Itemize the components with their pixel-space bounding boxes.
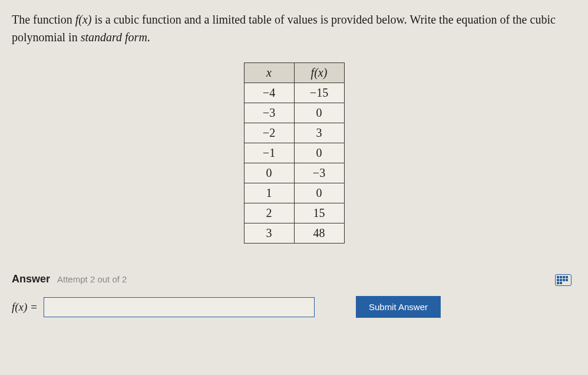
cell-fx: −3 bbox=[294, 163, 344, 183]
question-fn: f(x) bbox=[75, 13, 92, 26]
cell-x: 3 bbox=[244, 223, 294, 244]
answer-section: Answer Attempt 2 out of 2 f(x) = Submit … bbox=[12, 273, 576, 318]
header-x: x bbox=[244, 63, 294, 83]
cell-fx: 15 bbox=[294, 203, 344, 223]
cell-x: 1 bbox=[244, 183, 294, 203]
fx-equals-label: f(x) = bbox=[12, 301, 38, 314]
input-row: f(x) = Submit Answer bbox=[12, 296, 576, 318]
cell-x: −4 bbox=[244, 83, 294, 103]
answer-input[interactable] bbox=[44, 297, 315, 317]
table-container: x f(x) −4 −15 −3 0 −2 3 −1 0 0 − bbox=[12, 63, 576, 244]
cell-fx: 0 bbox=[294, 143, 344, 163]
table-row: −3 0 bbox=[244, 103, 344, 123]
table-row: 1 0 bbox=[244, 183, 344, 203]
table-row: −4 −15 bbox=[244, 83, 344, 103]
table-row: 2 15 bbox=[244, 203, 344, 223]
attempt-text: Attempt 2 out of 2 bbox=[57, 274, 127, 284]
table-row: −2 3 bbox=[244, 123, 344, 143]
table-row: 3 48 bbox=[244, 223, 344, 244]
cell-x: −2 bbox=[244, 123, 294, 143]
cell-fx: −15 bbox=[294, 83, 344, 103]
cell-fx: 3 bbox=[294, 123, 344, 143]
cell-fx: 0 bbox=[294, 103, 344, 123]
table-row: 0 −3 bbox=[244, 163, 344, 183]
header-fx: f(x) bbox=[294, 63, 344, 83]
cell-x: 2 bbox=[244, 203, 294, 223]
cell-x: 0 bbox=[244, 163, 294, 183]
table-row: −1 0 bbox=[244, 143, 344, 163]
question-part3: . bbox=[147, 31, 150, 44]
keypad-icon[interactable] bbox=[555, 274, 572, 286]
question-part1: The function bbox=[12, 13, 75, 26]
submit-button[interactable]: Submit Answer bbox=[356, 296, 441, 318]
values-table: x f(x) −4 −15 −3 0 −2 3 −1 0 0 − bbox=[244, 63, 345, 244]
table-header-row: x f(x) bbox=[244, 63, 344, 83]
answer-label: Answer bbox=[12, 273, 50, 285]
question-text: The function f(x) is a cubic function an… bbox=[12, 11, 576, 46]
cell-x: −3 bbox=[244, 103, 294, 123]
answer-label-row: Answer Attempt 2 out of 2 bbox=[12, 273, 576, 285]
question-italic: standard form bbox=[81, 31, 147, 44]
cell-x: −1 bbox=[244, 143, 294, 163]
cell-fx: 48 bbox=[294, 223, 344, 244]
cell-fx: 0 bbox=[294, 183, 344, 203]
